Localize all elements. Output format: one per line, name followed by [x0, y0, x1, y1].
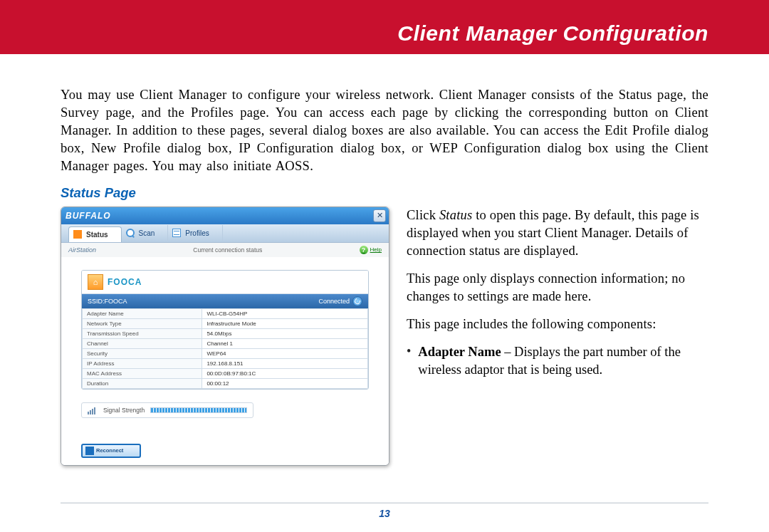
airstation-label: AirStation	[68, 246, 96, 254]
network-name: FOOCA	[108, 277, 142, 287]
tab-profiles-label: Profiles	[185, 229, 209, 237]
help-icon: ?	[360, 246, 368, 254]
table-row: SecurityWEP64	[83, 348, 368, 358]
row-key: IP Address	[83, 358, 202, 368]
help-link[interactable]: ? Help	[360, 246, 382, 254]
brand-logo: BUFFALO	[66, 211, 111, 221]
tab-scan-label: Scan	[139, 229, 155, 237]
bullet-lead: Adapter Name	[418, 345, 501, 359]
page-footer: 13	[0, 503, 769, 519]
connection-details-table: Adapter NameWLI-CB-G54HPNetwork TypeInfr…	[82, 308, 368, 389]
desc-p1: Click Status to open this page. By defau…	[407, 207, 708, 260]
bullet-icon: •	[407, 343, 411, 379]
row-key: MAC Address	[83, 368, 202, 378]
desc-p2: This page only displays connection infor…	[407, 270, 708, 306]
row-key: Duration	[83, 378, 202, 388]
search-icon	[126, 229, 135, 237]
banner: Client Manager Configuration	[0, 0, 769, 54]
tab-profiles[interactable]: Profiles	[168, 225, 222, 241]
row-value: WEP64	[202, 348, 368, 358]
description-column: Click Status to open this page. By defau…	[407, 207, 708, 466]
row-key: Transmission Speed	[83, 328, 202, 338]
row-value: 192.168.8.151	[202, 358, 368, 368]
row-key: Network Type	[83, 318, 202, 328]
reconnect-button[interactable]: Reconnect	[81, 444, 141, 458]
row-value: 00:0D:0B:97:B0:1C	[202, 368, 368, 378]
tab-scan[interactable]: Scan	[122, 225, 169, 241]
signal-icon	[88, 406, 98, 414]
connected-label: Connected	[318, 298, 350, 305]
help-label: Help	[370, 246, 382, 253]
close-button[interactable]: ✕	[373, 209, 386, 222]
intro-paragraph: You may use Client Manager to configure …	[61, 86, 708, 175]
tab-status[interactable]: Status	[68, 226, 122, 242]
signal-bars	[150, 407, 247, 413]
bullet-adapter-name: • Adapter Name – Displays the part numbe…	[407, 343, 708, 379]
table-row: IP Address192.168.8.151	[83, 358, 368, 368]
row-key: Security	[83, 348, 202, 358]
row-key: Channel	[83, 338, 202, 348]
titlebar: BUFFALO ✕	[61, 207, 389, 224]
signal-strength-label: Signal Strength	[103, 407, 145, 414]
section-heading-status-page: Status Page	[61, 185, 708, 201]
row-value: 00:00:12	[202, 378, 368, 388]
status-inline: Status	[439, 208, 472, 222]
row-value: Infrastructure Mode	[202, 318, 368, 328]
refresh-icon[interactable]	[352, 296, 362, 306]
connection-card: ⌂ FOOCA SSID:FOOCA Connected	[81, 270, 369, 390]
reconnect-label: Reconnect	[96, 447, 123, 454]
footer-rule	[61, 503, 708, 504]
close-icon: ✕	[377, 211, 383, 220]
list-icon	[172, 229, 181, 237]
tab-bar: Status Scan Profiles	[61, 224, 389, 243]
current-connection-status-label: Current connection status	[193, 246, 262, 254]
plug-icon	[85, 447, 94, 455]
row-value: WLI-CB-G54HP	[202, 308, 368, 318]
table-row: Transmission Speed54.0Mbps	[83, 328, 368, 338]
status-icon	[73, 230, 82, 239]
signal-strength-panel: Signal Strength	[81, 402, 253, 418]
table-row: Duration00:00:12	[83, 378, 368, 388]
table-row: MAC Address00:0D:0B:97:B0:1C	[83, 368, 368, 378]
banner-title: Client Manager Configuration	[397, 21, 708, 46]
network-icon: ⌂	[88, 274, 103, 290]
table-row: Adapter NameWLI-CB-G54HP	[83, 308, 368, 318]
ssid-label: SSID:FOOCA	[88, 298, 127, 305]
ssid-bar: SSID:FOOCA Connected	[82, 294, 368, 308]
table-row: Network TypeInfrastructure Mode	[83, 318, 368, 328]
substrip: AirStation Current connection status ? H…	[61, 243, 389, 257]
client-manager-window: BUFFALO ✕ Status Scan	[61, 207, 389, 466]
row-value: Channel 1	[202, 338, 368, 348]
row-value: 54.0Mbps	[202, 328, 368, 338]
row-key: Adapter Name	[83, 308, 202, 318]
page-number: 13	[0, 508, 769, 519]
table-row: ChannelChannel 1	[83, 338, 368, 348]
tab-status-label: Status	[86, 231, 108, 239]
desc-p3: This page includes the following compone…	[407, 315, 708, 333]
